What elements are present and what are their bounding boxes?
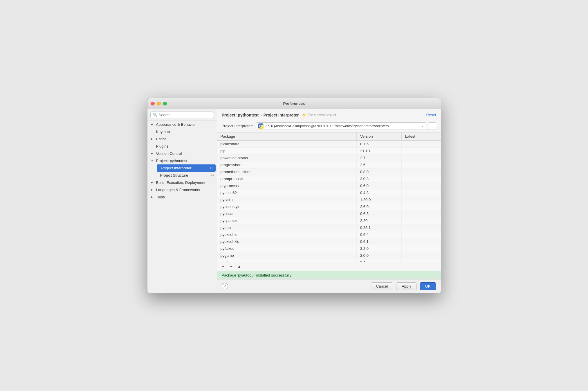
sidebar-item-plugins[interactable]: Plugins (147, 143, 217, 150)
table-row[interactable]: pycodestyle 2.6.0 (217, 203, 441, 210)
status-bar: Package 'pyautogui' installed successful… (217, 271, 441, 279)
sidebar-item-label: Plugins (156, 144, 169, 148)
package-name: pycodestyle (217, 203, 357, 210)
package-version: 0.25.1 (357, 224, 402, 231)
table-row[interactable]: pyexcel-io 0.6.4 (217, 231, 441, 238)
table-row[interactable]: pycairo 1.20.0 (217, 196, 441, 203)
package-latest (401, 210, 441, 217)
package-latest (401, 217, 441, 224)
package-name: pycparser (217, 217, 357, 224)
sidebar-item-tools[interactable]: ▶ Tools (147, 193, 217, 201)
package-version: 2.0.0 (357, 252, 402, 259)
minimize-button[interactable] (157, 102, 161, 105)
project-subnav: Project Interpreter ⊙ Project Structure … (147, 164, 217, 179)
package-version: 2.6.0 (357, 203, 402, 210)
interpreter-select[interactable]: Py 3.9.0 (/usr/local/Cellar/python@3.9/3… (256, 122, 426, 130)
preferences-window: Preferences 🔍 ▶ Appearance & Behavior Ke… (147, 98, 441, 293)
cancel-button[interactable]: Cancel (371, 282, 393, 290)
table-row[interactable]: prometheus-client 0.8.0 (217, 168, 441, 175)
table-row[interactable]: progressbar 2.5 (217, 161, 441, 168)
table-row[interactable]: pydub 0.25.1 (217, 224, 441, 231)
footer-right: Cancel Apply OK (371, 282, 436, 290)
package-latest (401, 224, 441, 231)
arrow-icon: ▶ (151, 188, 154, 191)
interpreter-select-wrap: Py 3.9.0 (/usr/local/Cellar/python@3.9/3… (256, 122, 436, 130)
sidebar-item-label: Tools (156, 195, 165, 199)
package-name: pickleshare (217, 140, 357, 147)
sidebar-item-label: Version Control (156, 151, 182, 156)
table-row[interactable]: pyexcel-xls 0.6.1 (217, 238, 441, 245)
breadcrumb-current: Project Interpreter (264, 113, 299, 117)
sidebar-item-project-interpreter[interactable]: Project Interpreter ⊙ (157, 164, 216, 172)
sidebar-item-label: Languages & Frameworks (156, 188, 200, 192)
sidebar-item-project-structure[interactable]: Project Structure ⊙ (156, 172, 217, 179)
sidebar-item-label: Editor (156, 137, 166, 141)
breadcrumb-project: Project: pythontest (222, 113, 259, 117)
package-latest (401, 140, 441, 147)
package-latest (401, 147, 441, 154)
search-input[interactable] (159, 113, 211, 117)
sidebar-item-label: Appearance & Behavior (156, 122, 196, 127)
package-latest (401, 168, 441, 175)
table-row[interactable]: ptyprocess 0.6.0 (217, 182, 441, 189)
close-button[interactable] (151, 102, 155, 105)
package-name: progressbar (217, 161, 357, 168)
table-row[interactable]: pygit 0.1 (217, 259, 441, 262)
sidebar: 🔍 ▶ Appearance & Behavior Keymap ▶ Edito… (147, 109, 217, 293)
table-row[interactable]: pygame 2.0.0 (217, 252, 441, 259)
package-name: pycairo (217, 196, 357, 203)
reset-button[interactable]: Reset (426, 113, 436, 117)
package-latest (401, 175, 441, 182)
package-latest (401, 161, 441, 168)
table-row[interactable]: powerline-status 2.7 (217, 154, 441, 161)
package-name: pybase62 (217, 189, 357, 196)
sidebar-item-label: Project Interpreter (161, 166, 192, 170)
package-name: prometheus-client (217, 168, 357, 175)
package-latest (401, 238, 441, 245)
interpreter-options-button[interactable]: ... (428, 122, 436, 130)
table-row[interactable]: pybase62 0.4.3 (217, 189, 441, 196)
ok-button[interactable]: OK (420, 282, 436, 290)
package-name: pip (217, 147, 357, 154)
package-table: Package Version Latest pickleshare 0.7.5… (217, 132, 441, 262)
footer-left: ? (222, 283, 228, 289)
sidebar-item-appearance-behavior[interactable]: ▶ Appearance & Behavior (147, 121, 217, 128)
table-row[interactable]: prompt-toolkit 3.0.8 (217, 175, 441, 182)
col-latest: Latest (401, 132, 441, 141)
add-package-button[interactable]: + (220, 263, 226, 270)
package-latest (401, 154, 441, 161)
table-row[interactable]: pip 21.1.1 (217, 147, 441, 154)
sidebar-item-version-control[interactable]: ▶ Version Control (147, 150, 217, 157)
sidebar-item-languages-frameworks[interactable]: ▶ Languages & Frameworks (147, 186, 217, 193)
sidebar-item-build-execution[interactable]: ▶ Build, Execution, Deployment (147, 179, 217, 186)
search-input-wrap[interactable]: 🔍 (150, 112, 214, 118)
table-row[interactable]: pycosat 0.6.3 (217, 210, 441, 217)
arrow-icon: ▶ (151, 152, 154, 155)
table-row[interactable]: pyflakes 2.2.0 (217, 245, 441, 252)
package-version: 0.6.0 (357, 182, 402, 189)
arrow-icon: ▶ (151, 123, 154, 126)
table-row[interactable]: pycparser 2.20 (217, 217, 441, 224)
sidebar-item-project-pythontest[interactable]: ▼ Project: pythontest (147, 157, 217, 164)
status-message: Package 'pyautogui' installed successful… (222, 273, 292, 277)
apply-button[interactable]: Apply (396, 282, 417, 290)
maximize-button[interactable] (163, 102, 167, 105)
package-name: pyflakes (217, 245, 357, 252)
package-version: 2.5 (357, 161, 402, 168)
package-version: 0.7.5 (357, 140, 402, 147)
table-row[interactable]: pickleshare 0.7.5 (217, 140, 441, 147)
chevron-down-icon: ⌄ (421, 124, 424, 128)
package-name: pyexcel-io (217, 231, 357, 238)
remove-package-button[interactable]: − (228, 263, 235, 270)
sidebar-item-keymap[interactable]: Keymap (147, 128, 217, 135)
arrow-icon: ▶ (151, 196, 154, 198)
breadcrumb-separator: › (260, 113, 262, 117)
package-version: 0.6.3 (357, 210, 402, 217)
main-content: 🔍 ▶ Appearance & Behavior Keymap ▶ Edito… (147, 109, 441, 293)
help-button[interactable]: ? (222, 283, 228, 289)
upgrade-package-button[interactable]: ▲ (236, 263, 243, 270)
interpreter-label: Project Interpreter: (222, 124, 253, 128)
sidebar-item-label: Keymap (156, 130, 170, 134)
sidebar-item-editor[interactable]: ▶ Editor (147, 135, 217, 143)
traffic-lights (151, 102, 167, 105)
